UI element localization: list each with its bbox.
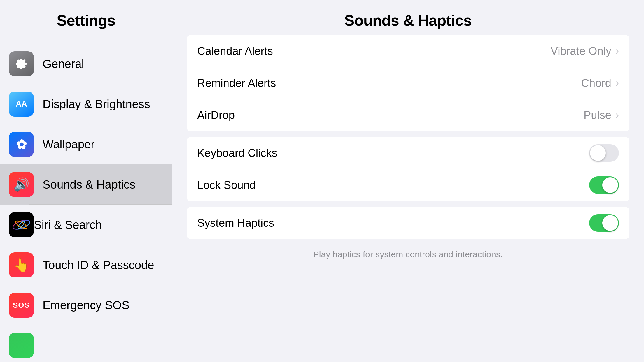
airdrop-row[interactable]: AirDrop Pulse › [187,99,629,131]
haptics-footnote: Play haptics for system controls and int… [187,245,629,265]
touchid-icon: 👆 [9,252,34,277]
sos-label: Emergency SOS [43,299,130,312]
sidebar-item-wallpaper[interactable]: ✿ Wallpaper [0,124,172,164]
sounds-inner-icon: 🔊 [13,177,29,192]
sidebar-top-gap [0,35,172,44]
svg-point-2 [17,220,25,229]
main-content: Sounds & Haptics Calendar Alerts Vibrate… [172,0,644,362]
reminder-alerts-label: Reminder Alerts [197,77,276,89]
keyboard-clicks-row[interactable]: Keyboard Clicks [187,137,629,169]
sidebar-item-siri[interactable]: Siri & Search [0,205,172,245]
sidebar-list: General AA Display & Brightness ✿ Wallpa… [0,44,172,362]
main-title: Sounds & Haptics [187,12,629,29]
siri-icon [9,212,34,237]
reminder-alerts-value-text: Chord [581,77,612,89]
reminder-alerts-value: Chord › [581,77,619,89]
sounds-label: Sounds & Haptics [43,178,135,191]
sidebar-item-next[interactable] [0,325,172,362]
keyboard-clicks-label: Keyboard Clicks [197,147,277,159]
wallpaper-inner-icon: ✿ [16,137,27,152]
lock-sound-knob [602,177,618,193]
reminder-alerts-chevron: › [615,77,619,89]
system-haptics-row[interactable]: System Haptics [187,207,629,239]
keyboard-clicks-toggle[interactable] [589,144,619,162]
sidebar-item-sos[interactable]: SOS Emergency SOS [0,285,172,325]
airdrop-value-text: Pulse [584,109,611,122]
wallpaper-label: Wallpaper [43,138,95,151]
calendar-alerts-chevron: › [615,45,619,57]
reminder-alerts-row[interactable]: Reminder Alerts Chord › [187,67,629,99]
touchid-inner-icon: 👆 [13,257,29,273]
sidebar-header: Settings [0,0,172,35]
sidebar: Settings General AA Display & Brightness… [0,0,172,362]
wallpaper-icon: ✿ [9,132,34,157]
sos-text-icon: SOS [13,301,30,310]
calendar-alerts-row[interactable]: Calendar Alerts Vibrate Only › [187,35,629,67]
lock-sound-label: Lock Sound [197,179,256,191]
system-haptics-knob [602,215,618,231]
display-label: Display & Brightness [43,98,150,111]
airdrop-chevron: › [615,109,619,121]
toggles-group: Keyboard Clicks Lock Sound [187,137,629,201]
display-icon: AA [9,92,34,117]
content-area: Calendar Alerts Vibrate Only › Reminder … [172,35,644,362]
lock-sound-toggle[interactable] [589,176,619,194]
general-label: General [43,57,84,71]
calendar-alerts-label: Calendar Alerts [197,45,273,57]
aa-text: AA [16,99,27,109]
keyboard-clicks-knob [590,145,606,161]
system-haptics-label: System Haptics [197,217,274,229]
lock-sound-row[interactable]: Lock Sound [187,169,629,201]
siri-label: Siri & Search [34,218,102,231]
calendar-alerts-value: Vibrate Only › [551,45,619,57]
sidebar-item-display[interactable]: AA Display & Brightness [0,84,172,124]
sidebar-title: Settings [12,12,160,29]
sidebar-item-general[interactable]: General [0,44,172,84]
sounds-icon: 🔊 [9,172,34,197]
next-icon [9,333,34,358]
sidebar-item-sounds[interactable]: 🔊 Sounds & Haptics [0,164,172,205]
haptics-group: System Haptics [187,207,629,239]
main-header: Sounds & Haptics [172,0,644,35]
touchid-label: Touch ID & Passcode [43,259,154,272]
general-icon [9,51,34,76]
sos-icon: SOS [9,293,34,318]
system-haptics-toggle[interactable] [589,214,619,232]
calendar-alerts-value-text: Vibrate Only [551,45,611,57]
svg-point-0 [12,218,31,231]
airdrop-label: AirDrop [197,109,235,122]
sidebar-item-touchid[interactable]: 👆 Touch ID & Passcode [0,245,172,285]
alerts-group: Calendar Alerts Vibrate Only › Reminder … [187,35,629,131]
airdrop-value: Pulse › [584,109,619,122]
